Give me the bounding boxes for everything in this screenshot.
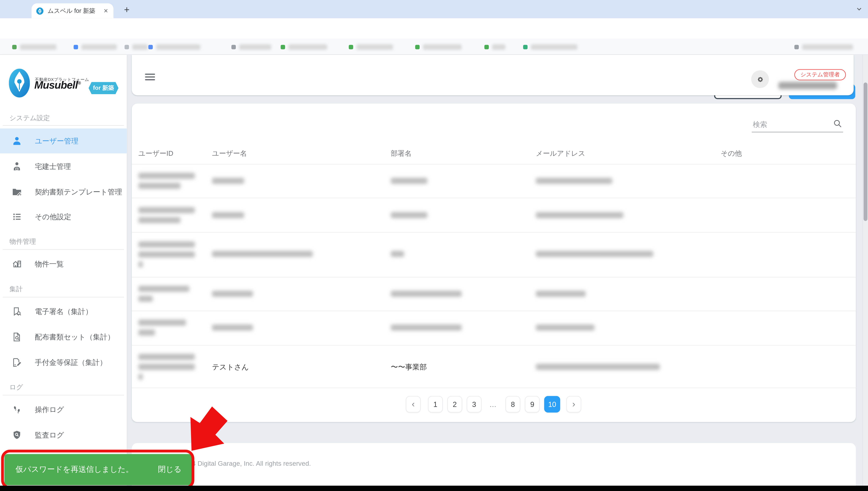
bookmark-label-redacted — [423, 44, 461, 50]
sidebar-section-aggregation: 集計 — [9, 285, 23, 294]
sidebar-section-logs: ログ — [9, 383, 23, 392]
redacted-cell — [139, 261, 143, 267]
redacted-cell — [139, 374, 143, 380]
redacted-cell — [536, 251, 653, 257]
bookmark-item[interactable] — [73, 44, 117, 51]
doc-search-icon — [12, 332, 22, 342]
browser-toolbar: 智子 — [0, 18, 868, 39]
browser-tab[interactable]: ムスベル for 新築 × — [32, 3, 114, 18]
tab-strip: ムスベル for 新築 × + — [0, 0, 868, 18]
scrollbar-thumb[interactable] — [864, 83, 868, 221]
bookmark-favicon-icon — [231, 45, 236, 49]
new-tab-button[interactable]: + — [120, 3, 134, 17]
tab-strip-chevron-icon[interactable] — [855, 4, 864, 13]
bookmark-favicon-icon — [12, 45, 17, 49]
bookmark-label-redacted — [132, 44, 148, 50]
pagination-page-2[interactable]: 2 — [447, 396, 462, 412]
sidebar-item-agent-management[interactable]: 宅建士管理 — [0, 154, 127, 179]
app-header: システム管理者 — [132, 55, 854, 95]
redacted-cell — [139, 319, 186, 326]
settings-gear-button[interactable] — [751, 70, 769, 88]
sidebar: 不動産DXプラットフォーム Musubell® for 新築 システム設定 ユー… — [0, 55, 127, 486]
sidebar-item-audit-log[interactable]: 監査ログ — [0, 423, 127, 447]
sidebar-item-operation-log[interactable]: 操作ログ — [0, 397, 127, 422]
sidebar-item-esignature-totals[interactable]: 電子署名（集計） — [0, 299, 127, 324]
redacted-cell — [536, 364, 660, 370]
redacted-cell — [391, 212, 427, 218]
bookmark-item[interactable] — [231, 44, 271, 51]
search-underline — [752, 132, 843, 133]
sidebar-section-property: 物件管理 — [9, 237, 36, 247]
bookmark-item[interactable] — [12, 44, 56, 51]
shield-search-icon — [12, 430, 22, 440]
bookmark-label-redacted — [20, 44, 56, 50]
bookmark-favicon-icon — [523, 45, 528, 49]
search-icon[interactable] — [833, 119, 843, 129]
user-table-card: 検索 ユーザーID ユーザー名 部署名 メールアドレス その他 テストさん〜〜事… — [132, 104, 856, 422]
sidebar-item-other-settings[interactable]: その他設定 — [0, 204, 127, 229]
divider — [132, 311, 856, 311]
redacted-cell — [212, 324, 253, 330]
sidebar-item-document-set-totals[interactable]: 配布書類セット（集計） — [0, 324, 127, 349]
sidebar-item-user-management[interactable]: ユーザー管理 — [0, 128, 127, 153]
divider — [3, 249, 124, 250]
redacted-cell — [139, 183, 180, 189]
divider — [132, 232, 856, 233]
col-header-user-name: ユーザー名 — [212, 149, 247, 158]
doc-edit-icon — [12, 357, 22, 368]
col-header-email: メールアドレス — [536, 149, 585, 158]
annotation-arrow-icon — [183, 400, 230, 453]
building-icon — [12, 259, 22, 269]
bottom-black-bar — [0, 486, 868, 491]
redacted-cell — [139, 173, 195, 179]
sidebar-item-deposit-guarantee-totals[interactable]: 手付金等保証（集計） — [0, 350, 127, 375]
cell-user-name: テストさん — [212, 362, 249, 372]
brand-badge: for 新築 — [89, 82, 119, 94]
redacted-cell — [391, 178, 427, 184]
tab-title: ムスベル for 新築 — [48, 7, 102, 15]
bookmark-favicon-icon — [349, 45, 353, 49]
bookmark-favicon-icon — [73, 45, 78, 49]
browser-window: ムスベル for 新築 × + 智子 — [0, 0, 868, 491]
redacted-cell — [536, 291, 586, 297]
redacted-cell — [391, 291, 461, 297]
footsteps-icon — [12, 404, 22, 415]
redacted-cell — [536, 212, 623, 218]
col-header-other: その他 — [721, 149, 742, 158]
redacted-cell — [212, 178, 244, 184]
bookmark-label-redacted — [802, 44, 853, 50]
divider — [132, 387, 856, 388]
pagination-page-8[interactable]: 8 — [505, 396, 520, 412]
signature-search-icon — [12, 306, 22, 317]
sidebar-item-contract-templates[interactable]: 契約書類テンプレート管理 — [0, 179, 127, 204]
pagination-page-9[interactable]: 9 — [525, 396, 540, 412]
sidebar-item-property-list[interactable]: 物件一覧 — [0, 252, 127, 276]
search-input[interactable]: 検索 — [753, 120, 767, 129]
bookmark-item[interactable] — [281, 44, 327, 51]
bookmark-favicon-icon — [795, 45, 799, 49]
pagination-page-3[interactable]: 3 — [467, 396, 482, 412]
footer: ©2024 Digital Garage, Inc. All rights re… — [132, 443, 856, 486]
folder-edit-icon — [12, 187, 22, 197]
bookmark-item[interactable] — [349, 44, 393, 51]
sidebar-section-system: システム設定 — [9, 113, 50, 123]
musubell-logo-icon — [9, 69, 30, 97]
redacted-cell — [139, 241, 195, 248]
bookmark-label-redacted — [289, 44, 327, 50]
bookmark-item[interactable] — [795, 44, 853, 51]
pagination-page-10[interactable]: 10 — [544, 396, 560, 412]
tab-close-icon[interactable]: × — [102, 7, 109, 15]
pagination-page-1[interactable]: 1 — [428, 396, 443, 412]
bookmark-item[interactable] — [523, 44, 577, 51]
bookmark-item[interactable] — [415, 44, 462, 51]
hamburger-menu-icon[interactable] — [145, 72, 155, 82]
redacted-cell — [536, 178, 612, 184]
pagination-next[interactable]: › — [566, 396, 581, 412]
gear-icon — [755, 75, 765, 84]
pagination-prev[interactable]: ‹ — [406, 396, 421, 412]
bookmark-item[interactable] — [124, 44, 148, 51]
musubell-favicon-icon — [36, 7, 43, 15]
redacted-cell — [139, 207, 195, 213]
bookmark-item[interactable] — [148, 44, 201, 51]
bookmark-item[interactable] — [484, 44, 505, 51]
